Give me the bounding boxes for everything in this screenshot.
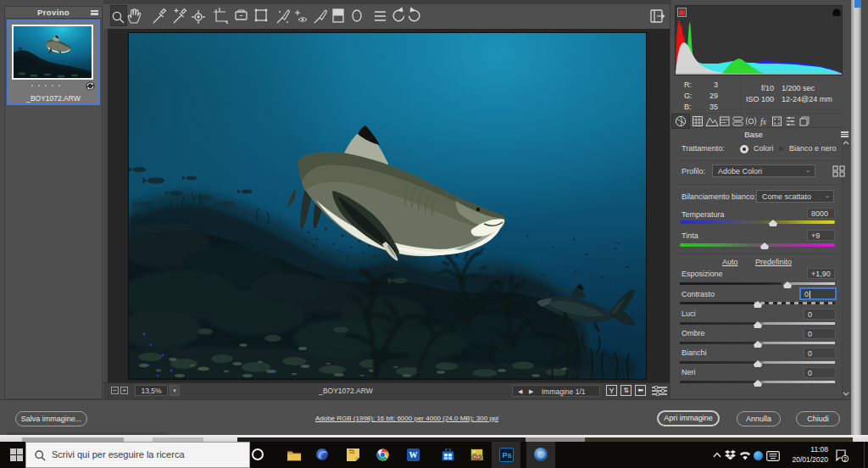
svg-text:PDF: PDF	[474, 456, 480, 460]
svg-text:fx: fx	[760, 117, 767, 126]
svg-text:2: 2	[843, 456, 847, 462]
